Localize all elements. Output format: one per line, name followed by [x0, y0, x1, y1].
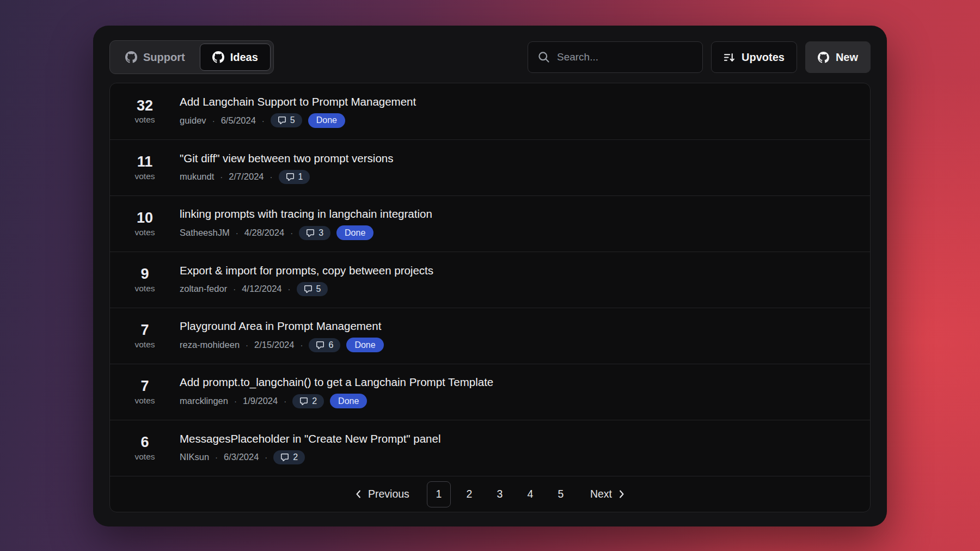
board-header: Support Ideas Upvotes New	[109, 41, 871, 74]
comment-count: 5	[316, 284, 321, 294]
vote-count: 10	[123, 210, 167, 226]
meta-separator: ·	[246, 340, 248, 350]
votes-label: votes	[123, 340, 167, 350]
sort-descending-icon	[724, 52, 735, 63]
item-author: SatheeshJM	[180, 228, 230, 238]
comment-count: 3	[318, 228, 323, 238]
feedback-row[interactable]: 32 votes Add Langchain Support to Prompt…	[110, 83, 870, 139]
feedback-row[interactable]: 11 votes "Git diff" view between two pro…	[110, 139, 870, 195]
item-date: 1/9/2024	[243, 396, 278, 406]
new-post-button[interactable]: New	[805, 41, 871, 73]
vote-column: 11 votes	[123, 154, 167, 181]
tab-support-label: Support	[143, 51, 185, 64]
meta-separator: ·	[236, 228, 238, 237]
meta-separator: ·	[234, 396, 237, 406]
github-icon	[125, 51, 137, 63]
item-author: guidev	[180, 115, 206, 126]
item-meta: marcklingen · 1/9/2024 · 2 Done	[180, 394, 493, 408]
comment-icon	[316, 341, 324, 350]
item-author: marcklingen	[180, 396, 228, 406]
comment-chip: 3	[299, 226, 330, 240]
item-date: 2/7/2024	[229, 172, 264, 182]
vote-count: 7	[123, 378, 167, 395]
page-button-1[interactable]: 1	[427, 481, 451, 507]
tab-ideas[interactable]: Ideas	[200, 44, 271, 71]
item-meta: mukundt · 2/7/2024 · 1	[180, 170, 393, 184]
comment-chip: 5	[271, 113, 302, 127]
item-title: Add prompt.to_langchain() to get a Langc…	[180, 376, 493, 389]
status-badge: Done	[308, 113, 345, 128]
row-main: Add prompt.to_langchain() to get a Langc…	[180, 376, 493, 408]
feedback-row[interactable]: 10 votes linking prompts with tracing in…	[110, 195, 870, 252]
comment-chip: 6	[309, 338, 340, 352]
comment-chip: 2	[292, 394, 324, 408]
meta-separator: ·	[288, 284, 291, 293]
item-date: 6/5/2024	[221, 115, 256, 126]
meta-separator: ·	[284, 396, 286, 406]
feedback-row[interactable]: 6 votes MessagesPlaceholder in "Create N…	[110, 420, 870, 476]
new-post-label: New	[836, 51, 858, 64]
comment-chip: 1	[279, 170, 310, 184]
previous-page-button[interactable]: Previous	[350, 483, 413, 505]
votes-label: votes	[123, 452, 167, 462]
chevron-left-icon	[353, 489, 364, 499]
comment-chip: 5	[297, 282, 328, 296]
item-meta: zoltan-fedor · 4/12/2024 · 5	[180, 282, 433, 296]
feedback-row[interactable]: 7 votes Playground Area in Prompt Manage…	[110, 308, 870, 364]
feedback-board-card: Support Ideas Upvotes New	[93, 26, 887, 526]
meta-separator: ·	[212, 116, 215, 125]
meta-separator: ·	[270, 172, 273, 181]
row-main: MessagesPlaceholder in "Create New Promp…	[180, 432, 440, 464]
item-meta: NIKsun · 6/3/2024 · 2	[180, 450, 440, 464]
vote-count: 32	[123, 98, 167, 114]
comment-icon	[278, 116, 286, 125]
item-date: 6/3/2024	[224, 452, 259, 462]
votes-label: votes	[123, 115, 167, 125]
row-main: Export & import for prompts, copy betwee…	[180, 264, 433, 296]
sort-upvotes-button[interactable]: Upvotes	[711, 41, 797, 73]
status-badge: Done	[346, 338, 383, 352]
vote-column: 6 votes	[123, 434, 167, 462]
tab-support[interactable]: Support	[113, 44, 198, 71]
search-icon	[538, 51, 550, 63]
feedback-row[interactable]: 9 votes Export & import for prompts, cop…	[110, 252, 870, 308]
item-date: 2/15/2024	[254, 340, 294, 350]
comment-count: 1	[298, 172, 303, 182]
meta-separator: ·	[300, 340, 303, 350]
comment-count: 2	[312, 396, 317, 406]
vote-column: 7 votes	[123, 378, 167, 406]
github-icon	[818, 52, 829, 63]
vote-count: 7	[123, 322, 167, 339]
meta-separator: ·	[265, 452, 267, 462]
item-author: reza-mohideen	[180, 340, 240, 350]
comment-icon	[286, 173, 295, 181]
comment-icon	[304, 285, 313, 293]
next-page-button[interactable]: Next	[587, 483, 630, 505]
vote-column: 10 votes	[123, 210, 167, 237]
row-main: linking prompts with tracing in langchai…	[180, 207, 432, 240]
votes-label: votes	[123, 284, 167, 293]
vote-column: 32 votes	[123, 98, 167, 125]
comment-icon	[299, 397, 308, 406]
page-button-2[interactable]: 2	[457, 481, 481, 507]
meta-separator: ·	[215, 452, 218, 462]
page-numbers: 12345	[427, 481, 573, 507]
item-author: NIKsun	[180, 452, 209, 462]
votes-label: votes	[123, 396, 167, 406]
comment-chip: 2	[273, 450, 305, 464]
page-button-4[interactable]: 4	[518, 481, 542, 507]
page-button-3[interactable]: 3	[488, 481, 512, 507]
page-button-5[interactable]: 5	[549, 481, 573, 507]
item-author: mukundt	[180, 172, 214, 182]
search-input[interactable]	[557, 51, 693, 63]
tab-ideas-label: Ideas	[230, 51, 258, 64]
meta-separator: ·	[220, 172, 223, 181]
vote-column: 7 votes	[123, 322, 167, 350]
vote-count: 9	[123, 266, 167, 283]
row-main: Add Langchain Support to Prompt Manageme…	[180, 95, 416, 128]
next-label: Next	[590, 488, 612, 500]
feedback-row[interactable]: 7 votes Add prompt.to_langchain() to get…	[110, 364, 870, 420]
comment-count: 2	[293, 452, 298, 462]
item-date: 4/28/2024	[244, 228, 284, 238]
meta-separator: ·	[233, 284, 236, 293]
